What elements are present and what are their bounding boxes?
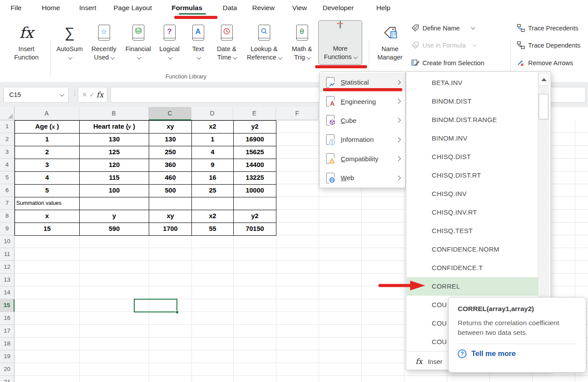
- cell-b1[interactable]: Heart rate (y ): [80, 121, 149, 134]
- recently-used-button[interactable]: ☆ Recently Used: [88, 20, 120, 62]
- row-header-14[interactable]: 14: [0, 286, 15, 299]
- cell-a5[interactable]: 4: [15, 172, 80, 185]
- cell-d9[interactable]: 55: [192, 223, 234, 236]
- cell-a1[interactable]: Age (x ): [15, 121, 80, 134]
- enter-icon[interactable]: ✓: [89, 91, 95, 99]
- insert-function-button[interactable]: fx Insert Function: [6, 20, 47, 62]
- cell-a6[interactable]: 5: [15, 185, 80, 197]
- function-chisq-inv-rt[interactable]: CHISQ.INV.RT: [407, 203, 538, 222]
- cell-a4[interactable]: 3: [15, 159, 80, 172]
- row-header-4[interactable]: 4: [0, 159, 15, 171]
- chevron-down-icon[interactable]: [60, 92, 64, 96]
- select-all-corner[interactable]: [0, 107, 15, 120]
- create-from-selection-button[interactable]: Create from Selection: [411, 59, 484, 67]
- row-header-10[interactable]: 10: [0, 235, 15, 248]
- autosum-button[interactable]: ∑ AutoSum: [55, 20, 85, 62]
- cell-e4[interactable]: 14400: [234, 159, 276, 172]
- row-header-15[interactable]: 15: [0, 299, 15, 312]
- function-chisq-inv[interactable]: CHISQ.INV: [407, 185, 538, 203]
- cancel-icon[interactable]: ✕: [82, 91, 88, 99]
- column-header-e[interactable]: E: [233, 107, 276, 120]
- logical-button[interactable]: ? Logical: [156, 20, 183, 62]
- cell-e6[interactable]: 10000: [234, 185, 276, 197]
- cell-b5[interactable]: 115: [80, 172, 149, 185]
- lookup-reference-button[interactable]: Lookup & Reference: [243, 20, 285, 62]
- cell-b3[interactable]: 125: [80, 146, 149, 159]
- more-functions-button[interactable]: ••• More Functions: [318, 20, 362, 65]
- column-header-b[interactable]: B: [79, 107, 149, 120]
- function-binom-dist-range[interactable]: BINOM.DIST.RANGE: [407, 111, 538, 129]
- cell-a7[interactable]: Summation values: [15, 197, 80, 210]
- cell-b6[interactable]: 100: [80, 185, 149, 197]
- function-confidence-norm[interactable]: CONFIDENCE.NORM: [407, 240, 538, 259]
- tab-developer[interactable]: Developer: [323, 4, 354, 12]
- menu-item-engineering[interactable]: Engineering: [320, 92, 405, 111]
- cell-c5[interactable]: 460: [149, 172, 192, 185]
- scrollbar-thumb[interactable]: [539, 94, 548, 119]
- row-header-13[interactable]: 13: [0, 274, 15, 286]
- cell-c9[interactable]: 1700: [149, 223, 192, 236]
- cell-b9[interactable]: 590: [80, 223, 149, 236]
- cell-c1[interactable]: xy: [149, 121, 192, 134]
- math-trig-button[interactable]: θ Math & Trig: [287, 20, 317, 62]
- name-manager-button[interactable]: Name Manager: [372, 20, 408, 62]
- menu-item-compatibility[interactable]: Compatibility: [320, 149, 405, 168]
- cell-b4[interactable]: 120: [80, 159, 149, 172]
- cell-d1[interactable]: x2: [192, 121, 234, 134]
- row-header-5[interactable]: 5: [0, 171, 15, 184]
- fill-handle[interactable]: [176, 311, 179, 314]
- function-binom-dist[interactable]: BINOM.DIST: [407, 92, 538, 111]
- cell-e5[interactable]: 13225: [234, 172, 276, 185]
- column-header-d[interactable]: D: [191, 107, 233, 120]
- cell-d3[interactable]: 4: [192, 146, 234, 159]
- row-header-17[interactable]: 17: [0, 325, 15, 337]
- selected-cell-c15[interactable]: [134, 299, 177, 312]
- cell-a3[interactable]: 2: [15, 146, 80, 159]
- function-binom-inv[interactable]: BINOM.INV: [407, 129, 538, 148]
- cell-b8[interactable]: y: [80, 210, 149, 223]
- date-time-button[interactable]: Date & Time: [212, 20, 241, 62]
- cell-d5[interactable]: 16: [192, 172, 234, 185]
- cell-a8[interactable]: x: [15, 210, 80, 223]
- row-header-7[interactable]: 7: [0, 197, 15, 210]
- tell-me-more-link[interactable]: ? Tell me more: [458, 349, 577, 358]
- tab-file[interactable]: File: [11, 4, 22, 12]
- row-header-2[interactable]: 2: [0, 133, 15, 146]
- cell-e1[interactable]: y2: [234, 121, 276, 134]
- tab-review[interactable]: Review: [252, 4, 275, 12]
- trace-precedents-button[interactable]: Trace Precedents: [517, 24, 578, 32]
- cell-c8[interactable]: xy: [149, 210, 192, 223]
- cell-e3[interactable]: 15625: [234, 146, 276, 159]
- data-table[interactable]: Age (x ) Heart rate (y ) xy x2 y2 1 130 …: [15, 120, 276, 236]
- row-header-8[interactable]: 8: [0, 210, 15, 223]
- function-correl[interactable]: CORREL: [407, 277, 538, 296]
- column-header-f[interactable]: F: [276, 107, 319, 120]
- cell-d2[interactable]: 1: [192, 134, 234, 146]
- cell-a9[interactable]: 15: [15, 223, 80, 236]
- row-header-1[interactable]: 1: [0, 120, 15, 133]
- row-header-20[interactable]: 20: [0, 363, 15, 376]
- name-box[interactable]: C15: [4, 87, 69, 103]
- function-beta-inv[interactable]: BETA.INV: [407, 74, 538, 92]
- row-header-16[interactable]: 16: [0, 312, 15, 325]
- cell-c6[interactable]: 500: [149, 185, 192, 197]
- cell-c7[interactable]: [149, 197, 192, 210]
- cell-b2[interactable]: 130: [80, 134, 149, 146]
- define-name-button[interactable]: Define Name: [411, 24, 474, 32]
- remove-arrows-button[interactable]: Remove Arrows: [517, 59, 573, 67]
- row-header-6[interactable]: 6: [0, 184, 15, 197]
- cell-e9[interactable]: 70150: [234, 223, 276, 236]
- row-header-18[interactable]: 18: [0, 337, 15, 350]
- menu-item-information[interactable]: ⓘ Information: [320, 130, 405, 149]
- column-header-c[interactable]: C: [149, 107, 191, 120]
- tab-home[interactable]: Home: [42, 4, 60, 12]
- tab-data[interactable]: Data: [223, 4, 237, 12]
- function-chisq-dist[interactable]: CHISQ.DIST: [407, 148, 538, 166]
- cell-d4[interactable]: 9: [192, 159, 234, 172]
- column-header-a[interactable]: A: [15, 107, 79, 120]
- cell-d7[interactable]: [192, 197, 234, 210]
- cell-e2[interactable]: 16900: [234, 134, 276, 146]
- cell-e7[interactable]: [234, 197, 276, 210]
- cell-a2[interactable]: 1: [15, 134, 80, 146]
- row-header-11[interactable]: 11: [0, 248, 15, 261]
